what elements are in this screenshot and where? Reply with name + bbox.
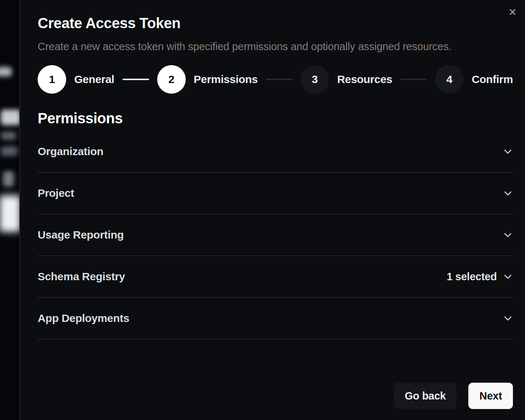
blurred-background-text <box>1 132 16 140</box>
step-confirm[interactable]: 4 Confirm <box>435 65 513 94</box>
blurred-background-icon <box>3 171 14 187</box>
step-connector <box>122 79 149 80</box>
step-label: Permissions <box>194 73 258 86</box>
step-number-badge: 4 <box>435 65 464 94</box>
blurred-background-text <box>1 110 19 125</box>
permissions-heading: Permissions <box>38 110 513 126</box>
step-number-badge: 1 <box>38 65 66 94</box>
chevron-down-icon <box>503 188 513 198</box>
chevron-down-icon <box>503 230 513 240</box>
accordion-row-usage-reporting[interactable]: Usage Reporting <box>38 214 513 256</box>
step-label: Confirm <box>472 73 513 86</box>
step-number-badge: 3 <box>301 65 329 94</box>
blurred-background-text <box>0 67 12 76</box>
step-label: General <box>74 73 114 86</box>
accordion-label: Schema Registry <box>38 270 125 283</box>
permissions-accordion: Organization Project Usage Reporting Sch… <box>38 131 513 340</box>
chevron-down-icon <box>503 271 513 282</box>
blurred-background-button <box>0 195 19 232</box>
step-resources[interactable]: 3 Resources <box>301 65 392 94</box>
dialog-title: Create Access Token <box>38 15 513 31</box>
step-wizard: 1 General 2 Permissions 3 Resources 4 Co… <box>38 65 513 94</box>
accordion-label: Usage Reporting <box>38 229 124 241</box>
step-connector <box>266 79 292 80</box>
step-connector <box>400 79 427 80</box>
close-icon[interactable]: ✕ <box>505 4 521 20</box>
accordion-row-app-deployments[interactable]: App Deployments <box>38 298 513 340</box>
accordion-row-organization[interactable]: Organization <box>38 131 513 173</box>
step-label: Resources <box>337 73 392 86</box>
accordion-label: Project <box>38 187 74 199</box>
step-permissions[interactable]: 2 Permissions <box>157 65 258 94</box>
chevron-down-icon <box>503 313 513 323</box>
next-button[interactable]: Next <box>468 383 513 409</box>
step-number-badge: 2 <box>157 65 186 94</box>
go-back-button[interactable]: Go back <box>394 383 457 409</box>
accordion-label: Organization <box>38 145 103 158</box>
dialog-subtitle: Create a new access token with specified… <box>38 40 513 53</box>
chevron-down-icon <box>503 146 513 157</box>
dialog-footer: Go back Next <box>394 383 513 409</box>
step-general[interactable]: 1 General <box>38 65 114 94</box>
selection-count: 1 selected <box>447 271 497 283</box>
accordion-label: App Deployments <box>38 312 129 325</box>
create-access-token-dialog: ✕ Create Access Token Create a new acces… <box>19 0 525 420</box>
blurred-background-text <box>1 146 18 156</box>
accordion-row-schema-registry[interactable]: Schema Registry 1 selected <box>38 256 513 298</box>
accordion-row-project[interactable]: Project <box>38 173 513 214</box>
page-backdrop <box>0 0 19 420</box>
